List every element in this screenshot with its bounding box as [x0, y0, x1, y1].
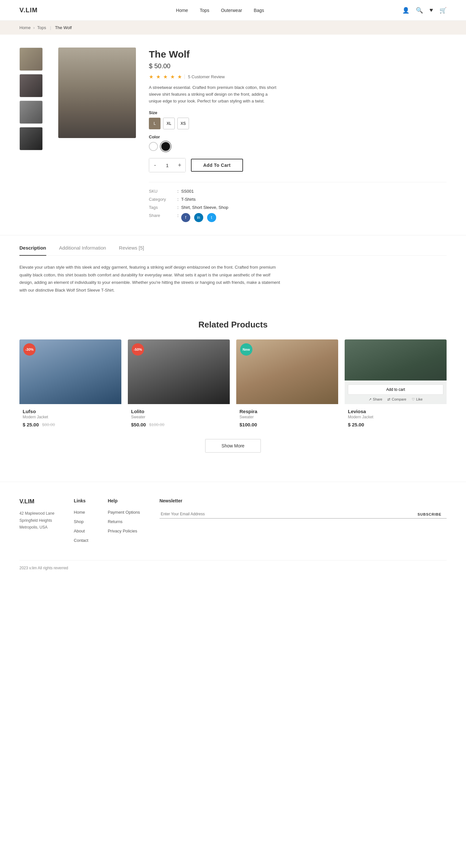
meta-sku: SKU : SS001	[149, 189, 446, 194]
breadcrumb: Home › Tops | The Wolf	[0, 21, 466, 35]
card-add-btn-leviosa[interactable]: Add to cart	[348, 384, 443, 395]
qty-value: 1	[161, 163, 174, 168]
product-section: The Wolf $ 50.00 ★ ★ ★ ★ ★ 5 Customer Re…	[0, 35, 466, 235]
product-card-leviosa: Add to cart ↗ Share ⇄ Compare ♡ Like Lev…	[345, 339, 446, 433]
card-old-price-lolito: $100.00	[149, 422, 165, 427]
footer: V.LIM 42 Maplewood LaneSpringfield Heigh…	[0, 482, 466, 580]
footer-link-contact[interactable]: Contact	[74, 538, 88, 543]
meta-category-sep: :	[177, 197, 179, 202]
product-main-image	[58, 48, 136, 222]
brand-logo[interactable]: V.LIM	[20, 6, 38, 14]
share-icons: f in t	[181, 213, 216, 222]
meta-share-sep: :	[177, 213, 179, 222]
meta-share: Share : f in t	[149, 213, 446, 222]
meta-tags: Tags : Shirt, Short Sleeve, Shop	[149, 205, 446, 210]
wishlist-icon[interactable]: ♥	[430, 7, 433, 13]
related-title: Related Products	[20, 320, 446, 330]
card-name-lufso: Lufso	[23, 409, 118, 414]
tab-content-description: Elevate your urban style with this sleek…	[20, 264, 285, 307]
card-category-lufso: Modern Jacket	[23, 415, 118, 419]
card-name-leviosa: Leviosa	[348, 409, 443, 414]
thumbnail-1[interactable]	[20, 48, 43, 71]
card-body-lolito: Lolito Sweater $50.00 $100.00	[128, 404, 230, 433]
divider-1	[149, 182, 446, 182]
navbar: V.LIM Home Tops Outerwear Bags 👤 🔍 ♥ 🛒	[0, 0, 466, 21]
footer-payment[interactable]: Payment Options	[108, 510, 140, 515]
card-prices-lolito: $50.00 $100.00	[131, 422, 227, 427]
product-meta: SKU : SS001 Category : T-Shirts Tags : S…	[149, 189, 446, 222]
footer-logo: V.LIM	[20, 498, 54, 505]
footer-link-shop[interactable]: Shop	[74, 519, 88, 524]
search-icon[interactable]: 🔍	[416, 7, 423, 14]
card-action-row: ↗ Share ⇄ Compare ♡ Like	[369, 397, 423, 402]
thumbnail-3[interactable]	[20, 100, 43, 124]
footer-link-home[interactable]: Home	[74, 510, 88, 515]
nav-outerwear[interactable]: Outerwear	[221, 8, 242, 13]
badge-lufso: -30%	[23, 343, 36, 355]
size-btn-l[interactable]: L	[149, 118, 161, 129]
quantity-cart-row: - 1 + Add To Cart	[149, 158, 446, 172]
color-options	[149, 142, 446, 151]
main-image-box	[58, 48, 136, 138]
subscribe-button[interactable]: SUBSCRIBE	[412, 510, 446, 519]
footer-help-col: Help Payment Options Returns Privacy Pol…	[108, 498, 140, 547]
breadcrumb-tops[interactable]: Tops	[37, 25, 46, 30]
size-btn-xs[interactable]: XS	[177, 118, 189, 129]
thumbnail-4[interactable]	[20, 127, 43, 150]
show-more-button[interactable]: Show More	[205, 439, 261, 453]
tab-reviews[interactable]: Reviews [5]	[119, 245, 144, 256]
meta-sku-value: SS001	[181, 189, 194, 194]
breadcrumb-sep-1: ›	[33, 25, 35, 30]
qty-decrease[interactable]: -	[149, 158, 161, 172]
twitter-icon[interactable]: t	[207, 213, 216, 222]
nav-home[interactable]: Home	[176, 8, 188, 13]
product-card-lolito: -50% Lolito Sweater $50.00 $100.00	[128, 339, 230, 433]
thumbnail-2[interactable]	[20, 74, 43, 97]
star-3: ★	[163, 74, 168, 80]
related-section: Related Products -30% Lufso Modern Jacke…	[0, 307, 466, 482]
qty-increase[interactable]: +	[174, 158, 185, 172]
card-hover-actions: Add to cart ↗ Share ⇄ Compare ♡ Like	[345, 380, 446, 404]
card-img-wrap-1: -30%	[20, 339, 121, 404]
color-white[interactable]	[149, 142, 158, 151]
tab-description[interactable]: Description	[20, 245, 46, 256]
star-2: ★	[156, 74, 161, 80]
copyright: 2023 v.lim All rights reverred	[20, 566, 68, 570]
add-to-cart-button[interactable]: Add To Cart	[191, 159, 243, 172]
breadcrumb-home[interactable]: Home	[20, 25, 31, 30]
size-btn-xl[interactable]: XL	[163, 118, 175, 129]
card-category-respira: Sweater	[239, 415, 335, 419]
badge-lolito: -50%	[132, 343, 144, 355]
card-prices-respira: $100.00	[239, 422, 335, 427]
product-description: A streetwear essential. Crafted from pre…	[149, 84, 278, 104]
badge-respira: New	[240, 343, 253, 355]
show-more-wrap: Show More	[20, 433, 446, 469]
tab-additional-info[interactable]: Additional Information	[59, 245, 106, 256]
footer-links-col: Links Home Shop About Contact	[74, 498, 88, 547]
card-compare[interactable]: ⇄ Compare	[387, 397, 406, 402]
meta-share-label: Share	[149, 213, 175, 222]
card-category-lolito: Sweater	[131, 415, 227, 419]
size-label: Size	[149, 110, 446, 115]
linkedin-icon[interactable]: in	[194, 213, 203, 222]
card-like[interactable]: ♡ Like	[412, 397, 423, 402]
facebook-icon[interactable]: f	[181, 213, 190, 222]
nav-bags[interactable]: Bags	[254, 8, 264, 13]
star-1: ★	[149, 74, 153, 80]
footer-privacy[interactable]: Privacy Policies	[108, 529, 140, 533]
cart-icon[interactable]: 🛒	[439, 7, 446, 14]
nav-tops[interactable]: Tops	[200, 8, 209, 13]
nav-links: Home Tops Outerwear Bags	[176, 8, 264, 13]
card-name-lolito: Lolito	[131, 409, 227, 414]
meta-category-label: Category	[149, 197, 175, 202]
breadcrumb-pipe: |	[50, 25, 51, 30]
footer-returns[interactable]: Returns	[108, 519, 140, 524]
color-black[interactable]	[161, 142, 170, 151]
footer-link-about[interactable]: About	[74, 529, 88, 533]
star-4: ★	[170, 74, 175, 80]
card-share[interactable]: ↗ Share	[369, 397, 382, 402]
card-price-lufso: $ 25.00	[23, 422, 39, 427]
meta-category-value: T-Shirts	[181, 197, 196, 202]
newsletter-input[interactable]	[159, 510, 413, 519]
account-icon[interactable]: 👤	[402, 7, 409, 14]
